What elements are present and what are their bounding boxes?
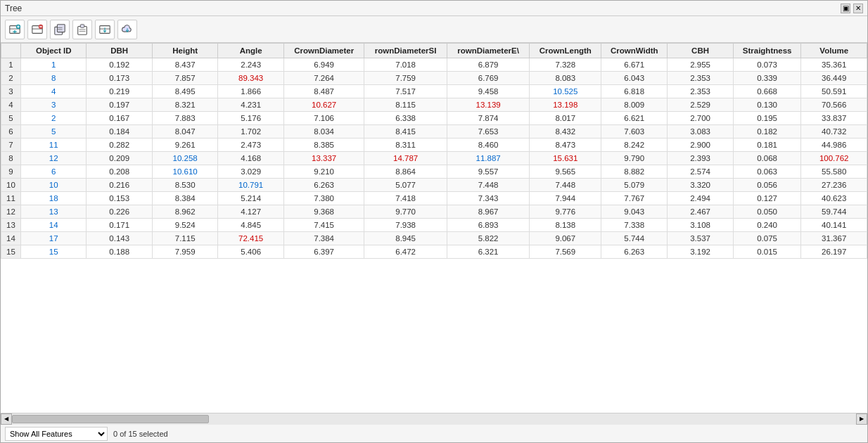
data-cell: 9.790 (601, 152, 668, 165)
data-cell: 4.168 (218, 152, 283, 165)
data-cell: 13.139 (447, 98, 530, 112)
table-row[interactable]: 520.1677.8835.1767.1066.3387.8748.0176.6… (1, 112, 867, 125)
col-header-dbh[interactable]: DBH (87, 44, 152, 58)
paste-rows-button[interactable] (72, 20, 92, 39)
table-row[interactable]: 7110.2829.2612.4738.3858.3118.4608.4738.… (1, 139, 867, 152)
data-cell: 7.418 (364, 192, 447, 205)
data-cell: 33.837 (801, 112, 867, 125)
data-cell: 7.944 (530, 192, 601, 205)
data-cell: 0.188 (87, 245, 152, 259)
data-cell: 4.845 (218, 219, 283, 232)
data-cell: 9.776 (530, 205, 601, 219)
data-cell: 10.791 (218, 179, 283, 192)
data-cell: 6.263 (283, 179, 364, 192)
data-cell: 8.115 (364, 98, 447, 112)
data-cell: 5.406 (218, 245, 283, 259)
row-number: 9 (1, 165, 21, 179)
h-scrollbar-track[interactable] (12, 413, 856, 425)
table-row[interactable]: 12130.2268.9624.1279.3689.7708.9679.7769… (1, 205, 867, 219)
col-header-crown-width[interactable]: CrownWidth (601, 44, 668, 58)
table-row[interactable]: 11180.1538.3845.2147.3807.4187.3437.9447… (1, 192, 867, 205)
show-features-select[interactable]: Show All Features Show Selected Features… (5, 427, 108, 441)
table-row[interactable]: 13140.1719.5244.8457.4157.9386.8938.1387… (1, 219, 867, 232)
data-cell: 3.029 (218, 165, 283, 179)
data-cell: 6.818 (601, 85, 668, 98)
close-button[interactable]: ✕ (853, 4, 863, 13)
object-id-cell: 14 (21, 219, 87, 232)
data-cell: 7.328 (530, 58, 601, 72)
row-number: 15 (1, 245, 21, 259)
data-cell: 14.787 (364, 152, 447, 165)
data-cell: 5.077 (364, 179, 447, 192)
data-cell: 3.537 (668, 232, 733, 245)
data-cell: 0.192 (87, 58, 152, 72)
scroll-left-button[interactable]: ◀ (1, 413, 12, 425)
table-row[interactable]: 430.1978.3214.23110.6278.11513.13913.198… (1, 98, 867, 112)
move-rows-button[interactable] (95, 20, 115, 39)
col-header-straightness[interactable]: Straightness (733, 44, 801, 58)
data-cell: 8.415 (364, 125, 447, 139)
data-cell: 0.153 (87, 192, 152, 205)
data-cell: 7.415 (283, 219, 364, 232)
table-row[interactable]: 10100.2168.53010.7916.2635.0777.4487.448… (1, 179, 867, 192)
table-row[interactable]: 650.1848.0471.7028.0348.4157.6538.4327.6… (1, 125, 867, 139)
h-scrollbar-thumb[interactable] (12, 415, 209, 423)
delete-table-row-button[interactable] (27, 20, 47, 39)
col-header-height[interactable]: Height (152, 44, 217, 58)
table-row[interactable]: 14170.1437.11572.4157.3848.9455.8229.067… (1, 232, 867, 245)
cloud-sync-button[interactable] (117, 20, 137, 39)
row-number: 3 (1, 85, 21, 98)
data-cell: 0.209 (87, 152, 152, 165)
data-cell: 7.264 (283, 72, 364, 85)
scroll-right-button[interactable]: ▶ (856, 413, 867, 425)
add-table-row-button[interactable] (5, 20, 25, 39)
data-cell: 0.130 (733, 98, 801, 112)
data-cell: 55.580 (801, 165, 867, 179)
table-row[interactable]: 340.2198.4951.8668.4877.5179.45810.5256.… (1, 85, 867, 98)
data-cell: 8.311 (364, 139, 447, 152)
data-table: Object ID DBH Height Angle CrownDiameter… (1, 43, 867, 259)
data-cell: 0.195 (733, 112, 801, 125)
table-row[interactable]: 280.1737.85789.3437.2647.7596.7698.0836.… (1, 72, 867, 85)
table-row[interactable]: 110.1928.4372.2436.9497.0186.8797.3286.6… (1, 58, 867, 72)
data-cell: 3.192 (668, 245, 733, 259)
row-number: 13 (1, 219, 21, 232)
toolbar (1, 16, 867, 43)
data-cell: 0.668 (733, 85, 801, 98)
data-cell: 2.494 (668, 192, 733, 205)
data-cell: 6.472 (364, 245, 447, 259)
data-cell: 40.623 (801, 192, 867, 205)
data-cell: 2.467 (668, 205, 733, 219)
pin-button[interactable]: ▣ (841, 4, 850, 13)
object-id-cell: 12 (21, 152, 87, 165)
table-row[interactable]: 960.20810.6103.0299.2108.8649.5579.5658.… (1, 165, 867, 179)
table-row[interactable]: 15150.1887.9595.4066.3976.4726.3217.5696… (1, 245, 867, 259)
data-cell: 59.744 (801, 205, 867, 219)
data-cell: 7.857 (152, 72, 217, 85)
attribute-table[interactable]: Object ID DBH Height Angle CrownDiameter… (1, 43, 867, 413)
copy-rows-button[interactable] (50, 20, 70, 39)
col-header-angle[interactable]: Angle (218, 44, 283, 58)
row-number: 10 (1, 179, 21, 192)
row-number: 7 (1, 139, 21, 152)
col-header-crown-diameter[interactable]: CrownDiameter (283, 44, 364, 58)
data-cell: 8.138 (530, 219, 601, 232)
data-cell: 10.258 (152, 152, 217, 165)
data-cell: 2.900 (668, 139, 733, 152)
object-id-cell: 6 (21, 165, 87, 179)
col-header-volume[interactable]: Volume (801, 44, 867, 58)
object-id-cell: 10 (21, 179, 87, 192)
data-cell: 44.986 (801, 139, 867, 152)
table-row[interactable]: 8120.20910.2584.16813.33714.78711.88715.… (1, 152, 867, 165)
data-cell: 6.879 (447, 58, 530, 72)
data-cell: 1.702 (218, 125, 283, 139)
col-header-cbh[interactable]: CBH (668, 44, 733, 58)
object-id-cell: 8 (21, 72, 87, 85)
object-id-cell: 15 (21, 245, 87, 259)
data-cell: 7.338 (601, 219, 668, 232)
col-header-crown-diameter-e[interactable]: rownDiameterE\ (447, 44, 530, 58)
svg-rect-12 (57, 24, 65, 32)
col-header-object-id[interactable]: Object ID (21, 44, 87, 58)
col-header-crown-diameter-si[interactable]: rownDiameterSI (364, 44, 447, 58)
col-header-crown-length[interactable]: CrownLength (530, 44, 601, 58)
